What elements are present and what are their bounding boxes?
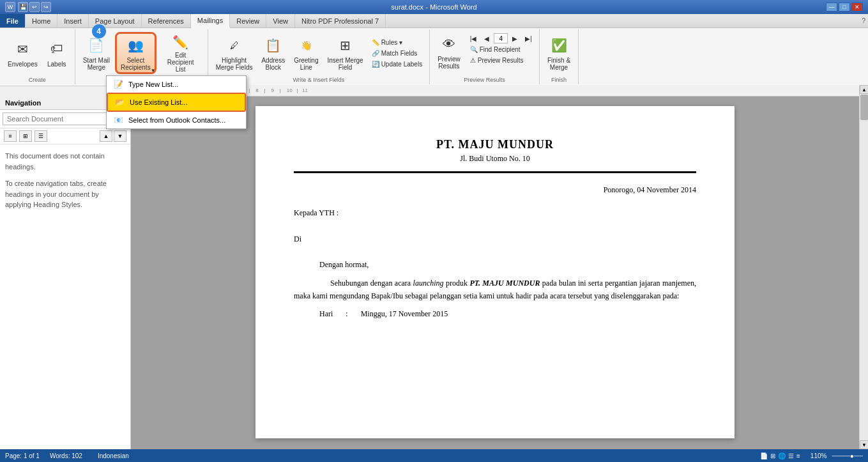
tab-review[interactable]: Review [230,14,266,27]
auto-check-errors-button[interactable]: ⚠ Preview Results [467,56,535,65]
finish-group-label: Finish [551,75,567,83]
full-screen-icon[interactable]: ⊞ [770,452,775,459]
type-new-list-icon: 📝 [113,79,123,89]
insert-merge-field-label: Insert MergeField [328,57,363,71]
doc-body: Ponorogo, 04 November 2014 Kepada YTH : … [294,183,696,321]
tab-nitro[interactable]: Nitro PDF Professional 7 [295,14,386,27]
place-label: Di [294,233,696,245]
envelopes-label: Envelopes [8,61,38,68]
next-record-button[interactable]: ▶ [509,34,521,43]
print-layout-icon[interactable]: 📄 [760,452,768,459]
select-recipients-dropdown: 📝 Type New List... 📂 Use Existing List..… [106,75,247,129]
record-number-input[interactable] [494,33,508,43]
update-labels-button[interactable]: 🔄 Update Labels [369,59,426,69]
select-recipients-label: SelectRecipients [121,57,151,71]
vertical-scrollbar[interactable]: ▲ ▼ [859,85,868,449]
ribbon-group-preview-results: 👁 PreviewResults |◀ ◀ ▶ ▶| 🔍 Find Recipi… [430,29,540,84]
preview-results-button[interactable]: 👁 PreviewResults [434,31,464,73]
nav-list-icon-btn[interactable]: ≡ [4,130,17,142]
insert-merge-field-icon: ⊞ [335,35,356,56]
type-new-list-item[interactable]: 📝 Type New List... [107,76,246,93]
address-block-icon: 📋 [263,35,284,56]
nav-hint: To create navigation tabs, create headin… [5,178,125,210]
bold-company: PT. MAJU MUNDUR [469,279,540,288]
lang-info: Indonesian [98,452,129,459]
doc-date: Ponorogo, 04 November 2014 [294,183,696,196]
web-layout-icon[interactable]: 🌐 [778,452,786,459]
scroll-up-btn[interactable]: ▲ [860,85,868,94]
draft-icon[interactable]: ≡ [796,452,800,459]
navigation-content: This document does not contain headings.… [0,144,130,217]
rules-label: Rules ▾ [381,39,402,46]
edit-recipient-list-icon: ✏️ [171,33,191,50]
zoom-level: 110% [811,452,827,459]
tab-home[interactable]: Home [26,14,57,27]
edit-recipient-list-button[interactable]: ✏️ EditRecipient List [158,32,204,74]
rules-button[interactable]: 📏 Rules ▾ [369,38,426,47]
first-record-button[interactable]: |◀ [467,34,480,43]
prev-record-button[interactable]: ◀ [481,34,492,43]
select-recipients-icon: 👥 [125,35,146,56]
last-record-button[interactable]: ▶| [522,34,535,43]
ribbon-group-create: ✉ Envelopes 🏷 Labels Create [0,29,75,84]
minimize-btn[interactable]: — [826,3,837,12]
start-mail-merge-button[interactable]: 📄 Start MailMerge [79,32,114,74]
scroll-thumb[interactable] [860,95,868,120]
match-fields-button[interactable]: 🔗 Match Fields [369,49,426,58]
preview-results-group-label: Preview Results [464,75,505,83]
tab-view[interactable]: View [266,14,295,27]
nav-grid-icon-btn[interactable]: ⊞ [19,130,32,142]
envelopes-icon: ✉ [12,39,33,59]
auto-check-label: Preview Results [478,57,524,64]
zoom-slider[interactable]: ────●── [832,452,863,459]
doc-divider [294,171,696,173]
find-recipient-icon: 🔍 [470,46,478,53]
save-btn[interactable]: 💾 [18,2,28,12]
finish-merge-button[interactable]: ✅ Finish &Merge [544,32,574,74]
select-outlook-contacts-item[interactable]: 📧 Select from Outlook Contacts... [107,112,246,128]
insert-merge-field-button[interactable]: ⊞ Insert MergeField [324,32,367,74]
create-group-label: Create [29,75,46,83]
outline-icon[interactable]: ☰ [788,452,794,459]
schedule-colon: : [346,307,347,320]
edit-recipient-list-label: EditRecipient List [162,52,200,73]
tab-mailings[interactable]: Mailings [191,14,230,28]
select-recipients-button[interactable]: 👥 SelectRecipients ▼ [115,32,156,74]
scroll-down-btn[interactable]: ▼ [860,440,868,449]
ribbon-group-finish: ✅ Finish &Merge Finish [540,29,579,84]
greeting-line-icon: 👋 [296,35,316,56]
use-existing-list-item[interactable]: 📂 Use Existing List... [107,93,246,112]
undo-btn[interactable]: ↩ [29,2,40,12]
no-headings-msg: This document does not contain headings. [5,151,125,172]
nav-up-btn[interactable]: ▲ [100,130,112,142]
close-btn[interactable]: ✕ [851,3,863,12]
view-icons: 📄 ⊞ 🌐 ☰ ≡ [760,452,800,459]
use-existing-list-icon: 📂 [114,97,125,107]
navigation-panel: Navigation ≡ ⊞ ☰ ▲ ▼ This document does … [0,96,131,449]
greeting-line-button[interactable]: 👋 GreetingLine [290,32,322,74]
maximize-btn[interactable]: □ [839,3,850,12]
select-outlook-icon: 📧 [113,115,123,125]
nav-lines-icon-btn[interactable]: ☰ [34,130,47,142]
address-block-label: AddressBlock [261,57,285,71]
labels-button[interactable]: 🏷 Labels [43,32,71,74]
highlight-merge-fields-button[interactable]: 🖊 HighlightMerge Fields [212,32,257,74]
envelopes-button[interactable]: ✉ Envelopes [4,32,42,74]
nav-down-btn[interactable]: ▼ [114,130,126,142]
tab-insert[interactable]: Insert [57,14,89,27]
schedule-date-value: Minggu, 17 November 2015 [361,307,448,320]
start-mail-merge-icon: 📄 [86,35,107,56]
document-area[interactable]: PT. MAJU MUNDUR Jl. Budi Utomo No. 10 Po… [131,96,859,449]
tab-file[interactable]: File [0,14,26,27]
scroll-track[interactable] [860,94,868,440]
create-buttons: ✉ Envelopes 🏷 Labels [4,31,71,75]
tab-references[interactable]: References [142,14,191,27]
address-block-button[interactable]: 📋 AddressBlock [257,32,289,74]
window-title: surat.docx - Microsoft Word [391,3,476,11]
redo-btn[interactable]: ↪ [41,2,51,12]
preview-results-label: PreviewResults [438,56,461,70]
select-outlook-label: Select from Outlook Contacts... [128,116,225,124]
step4-circle: 4 [92,24,106,38]
find-recipient-button[interactable]: 🔍 Find Recipient [467,45,535,54]
write-insert-group-label: Write & Insert Fields [293,75,344,83]
